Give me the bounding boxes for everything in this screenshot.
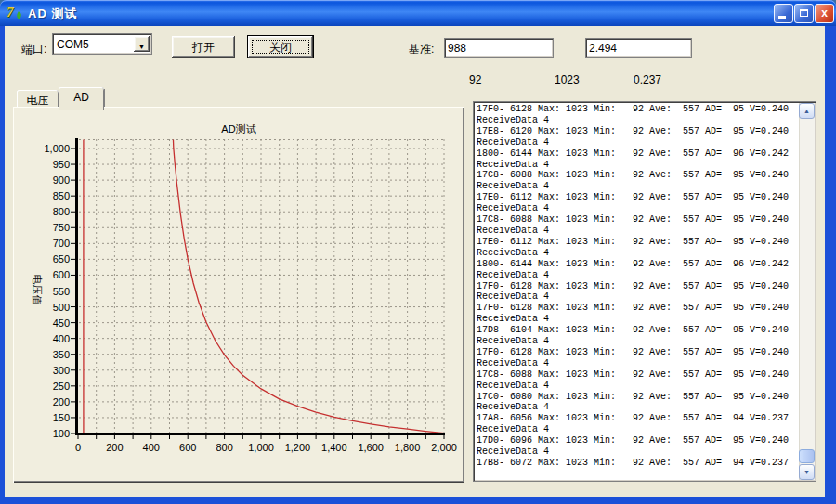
- log-line: 17A8- 6056 Max: 1023 Min: 92 Ave: 557 AD…: [477, 413, 798, 424]
- reference-input-1[interactable]: [445, 39, 553, 57]
- maximize-button[interactable]: [794, 4, 814, 23]
- svg-text:200: 200: [106, 442, 123, 453]
- log-line: 17C8- 6088 Max: 1023 Min: 92 Ave: 557 AD…: [477, 170, 798, 181]
- svg-text:200: 200: [53, 396, 70, 407]
- svg-text:1,000: 1,000: [44, 143, 70, 154]
- port-combobox-dropdown-button[interactable]: ▼: [134, 36, 150, 52]
- svg-text:950: 950: [53, 159, 70, 170]
- tab-ad[interactable]: AD: [59, 87, 104, 110]
- window-border-right: [825, 26, 836, 497]
- svg-text:400: 400: [143, 442, 160, 453]
- scroll-down-button[interactable]: ▼: [799, 464, 815, 480]
- log-line: ReceiveData 4: [477, 314, 798, 325]
- svg-text:800: 800: [53, 206, 70, 217]
- svg-text:1,200: 1,200: [285, 442, 311, 453]
- svg-text:2,000: 2,000: [431, 442, 457, 453]
- svg-text:1,600: 1,600: [358, 442, 384, 453]
- svg-text:400: 400: [53, 333, 70, 344]
- svg-text:100: 100: [53, 428, 70, 439]
- stat-value-1: 92: [469, 73, 481, 86]
- minimize-button[interactable]: [774, 4, 793, 23]
- close-icon: x: [821, 6, 828, 19]
- log-line: ReceiveData 4: [477, 446, 798, 458]
- log-line: 17D8- 6104 Max: 1023 Min: 92 Ave: 557 AD…: [477, 325, 798, 336]
- log-line: 17F0- 6128 Max: 1023 Min: 92 Ave: 557 AD…: [477, 347, 798, 358]
- stat-value-2: 1023: [555, 73, 580, 86]
- scroll-up-button[interactable]: ▲: [799, 103, 815, 119]
- log-line: 17C0- 6080 Max: 1023 Min: 92 Ave: 557 AD…: [477, 392, 798, 403]
- log-line: ReceiveData 4: [477, 181, 798, 192]
- log-line: 17F0- 6128 Max: 1023 Min: 92 Ave: 557 AD…: [477, 104, 798, 115]
- window-border-bottom: [0, 497, 836, 504]
- svg-text:300: 300: [53, 365, 70, 376]
- svg-text:850: 850: [53, 190, 70, 201]
- svg-text:0: 0: [75, 442, 81, 453]
- log-line: ReceiveData 4: [477, 336, 798, 347]
- title-bar[interactable]: 7 AD 测试 x: [0, 0, 836, 26]
- log-line: ReceiveData 4: [477, 115, 798, 126]
- log-line: ReceiveData 4: [477, 160, 798, 171]
- log-scrollbar[interactable]: ▲ ▼: [799, 103, 815, 480]
- open-port-button[interactable]: 打开: [172, 36, 235, 58]
- svg-text:500: 500: [53, 302, 70, 313]
- log-line: 1800- 6144 Max: 1023 Min: 92 Ave: 557 AD…: [477, 149, 798, 160]
- svg-text:1,400: 1,400: [321, 442, 347, 453]
- log-line: 17E0- 6112 Max: 1023 Min: 92 Ave: 557 AD…: [477, 192, 798, 203]
- log-line: ReceiveData 4: [477, 358, 798, 369]
- log-line: 17E0- 6112 Max: 1023 Min: 92 Ave: 557 AD…: [477, 237, 798, 248]
- svg-text:1,000: 1,000: [248, 442, 274, 453]
- log-line: 17B8- 6072 Max: 1023 Min: 92 Ave: 557 AD…: [477, 458, 798, 469]
- log-line: 17E8- 6120 Max: 1023 Min: 92 Ave: 557 AD…: [477, 126, 798, 137]
- maximize-icon: [800, 9, 808, 17]
- log-line: ReceiveData 4: [477, 424, 798, 435]
- log-line: ReceiveData 4: [477, 137, 798, 149]
- svg-text:900: 900: [53, 174, 70, 186]
- tab-strip-separator: [104, 89, 105, 107]
- scroll-thumb[interactable]: [799, 449, 815, 463]
- app-icon[interactable]: 7: [7, 5, 23, 21]
- log-line: 17D0- 6096 Max: 1023 Min: 92 Ave: 557 AD…: [477, 435, 798, 446]
- log-line: 17C8- 6088 Max: 1023 Min: 92 Ave: 557 AD…: [477, 369, 798, 381]
- port-combobox-value: COM5: [57, 38, 89, 51]
- svg-text:600: 600: [53, 269, 70, 280]
- ad-chart: 1001502002503003504004505005506006507007…: [15, 109, 463, 481]
- svg-text:150: 150: [53, 412, 70, 423]
- svg-text:650: 650: [53, 253, 70, 265]
- reference-input-2[interactable]: [586, 39, 691, 57]
- receive-log-text: 17F0- 6128 Max: 1023 Min: 92 Ave: 557 AD…: [477, 104, 798, 479]
- log-line: ReceiveData 4: [477, 226, 798, 237]
- port-label: 端口:: [21, 42, 46, 58]
- svg-text:350: 350: [53, 349, 70, 360]
- svg-text:750: 750: [53, 222, 70, 233]
- svg-text:700: 700: [53, 238, 70, 249]
- minimize-icon: [778, 16, 786, 19]
- log-line: 17C8- 6088 Max: 1023 Min: 92 Ave: 557 AD…: [477, 214, 798, 226]
- close-button[interactable]: x: [815, 4, 834, 23]
- log-line: 1800- 6144 Max: 1023 Min: 92 Ave: 557 AD…: [477, 259, 798, 270]
- log-line: 17F0- 6128 Max: 1023 Min: 92 Ave: 557 AD…: [477, 281, 798, 292]
- port-combobox[interactable]: COM5 ▼: [53, 34, 151, 54]
- svg-text:600: 600: [179, 442, 196, 453]
- svg-text:AD测试: AD测试: [221, 123, 255, 135]
- reference-label: 基准:: [409, 42, 434, 58]
- stat-value-3: 0.237: [634, 73, 661, 86]
- svg-text:1,800: 1,800: [395, 442, 421, 453]
- receive-log-box[interactable]: 17F0- 6128 Max: 1023 Min: 92 Ave: 557 AD…: [474, 102, 816, 481]
- svg-text:800: 800: [216, 442, 232, 453]
- log-line: ReceiveData 4: [477, 248, 798, 259]
- log-line: ReceiveData 4: [477, 291, 798, 303]
- window-title: AD 测试: [28, 6, 77, 22]
- svg-text:550: 550: [53, 286, 70, 297]
- app-window: 7 AD 测试 x 端口: COM5 ▼ 打开 关闭 基准: 92: [0, 0, 836, 504]
- log-line: ReceiveData 4: [477, 402, 798, 413]
- svg-text:250: 250: [53, 381, 70, 392]
- svg-text:电压值: 电压值: [32, 275, 43, 305]
- close-port-button[interactable]: 关闭: [248, 36, 313, 58]
- log-line: ReceiveData 4: [477, 381, 798, 392]
- svg-text:450: 450: [53, 317, 70, 329]
- log-line: 17F0- 6128 Max: 1023 Min: 92 Ave: 557 AD…: [477, 303, 798, 314]
- log-line: ReceiveData 4: [477, 270, 798, 281]
- log-line: ReceiveData 4: [477, 203, 798, 214]
- dropdown-arrow-icon: ▼: [138, 43, 146, 51]
